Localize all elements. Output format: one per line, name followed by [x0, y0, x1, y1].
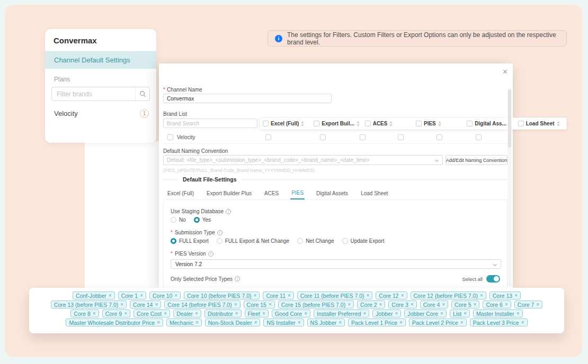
radio-full-export[interactable]: FULL Export	[171, 238, 209, 244]
price-type-tag[interactable]: Pack Level 1 Price×	[348, 319, 406, 326]
price-type-tag[interactable]: Jobber×	[372, 310, 401, 317]
remove-tag-icon[interactable]: ×	[474, 302, 477, 307]
column-label[interactable]: Load Sheet	[526, 121, 555, 126]
price-type-tag[interactable]: Non-Stock Dealer×	[205, 319, 261, 326]
search-input[interactable]	[52, 90, 135, 98]
price-type-tag[interactable]: Core 9×	[102, 310, 130, 317]
brand-row-checkbox[interactable]	[167, 134, 173, 140]
price-type-tag[interactable]: Core 3×	[388, 301, 416, 308]
price-type-tag[interactable]: Core 15×	[244, 301, 275, 308]
remove-tag-icon[interactable]: ×	[109, 293, 112, 298]
price-type-tag[interactable]: Core 12×	[376, 292, 407, 299]
remove-tag-icon[interactable]: ×	[521, 320, 524, 325]
remove-tag-icon[interactable]: ×	[514, 293, 518, 298]
price-type-tag[interactable]: Core 10×	[149, 292, 181, 299]
remove-tag-icon[interactable]: ×	[195, 320, 199, 325]
brand-file-checkbox[interactable]	[265, 134, 271, 140]
remove-tag-icon[interactable]: ×	[401, 293, 404, 298]
add-edit-naming-button[interactable]: Add/Edit Naming Convention	[446, 155, 507, 165]
remove-tag-icon[interactable]: ×	[395, 311, 398, 316]
price-type-tag[interactable]: Core 10 (before PIES 7.0)×	[184, 292, 260, 299]
price-type-tag[interactable]: Mechanic×	[166, 319, 202, 326]
remove-tag-icon[interactable]: ×	[338, 320, 342, 325]
price-type-tag[interactable]: Dealer×	[173, 310, 201, 317]
remove-tag-icon[interactable]: ×	[155, 302, 158, 307]
price-type-tag[interactable]: Core 15 (before PIES 7.0)×	[278, 301, 354, 308]
tab-export-builder-plus[interactable]: Export Builder Plus	[206, 187, 253, 199]
remove-tag-icon[interactable]: ×	[298, 320, 301, 325]
sort-icon[interactable]	[301, 121, 304, 126]
price-type-tag[interactable]: Pack Level 3 Price×	[470, 319, 528, 326]
tab-load-sheet[interactable]: Load Sheet	[360, 187, 389, 199]
tab-pies[interactable]: PIES	[290, 187, 305, 199]
remove-tag-icon[interactable]: ×	[195, 311, 198, 316]
search-icon[interactable]	[135, 87, 149, 101]
price-type-tag[interactable]: Core 4×	[420, 301, 448, 308]
price-type-tag[interactable]: Core 14 (before PIES 7.0)×	[164, 301, 240, 308]
remove-tag-icon[interactable]: ×	[411, 302, 414, 307]
filter-brands-search[interactable]	[51, 87, 150, 101]
brand-file-checkbox[interactable]	[360, 134, 366, 140]
scrollbar-thumb[interactable]	[508, 89, 511, 148]
remove-tag-icon[interactable]: ×	[399, 320, 403, 325]
radio-update-export[interactable]: Update Export	[342, 238, 385, 244]
remove-tag-icon[interactable]: ×	[164, 311, 167, 316]
column-select-checkbox[interactable]	[416, 121, 422, 126]
remove-tag-icon[interactable]: ×	[140, 293, 143, 298]
sidebar-item-velocity[interactable]: Velocity 1	[54, 109, 149, 118]
remove-tag-icon[interactable]: ×	[363, 311, 366, 316]
remove-tag-icon[interactable]: ×	[174, 293, 177, 298]
price-type-tag[interactable]: Core 11×	[263, 292, 293, 299]
price-type-tag[interactable]: Distributor×	[204, 310, 242, 317]
remove-tag-icon[interactable]: ×	[464, 311, 467, 316]
remove-tag-icon[interactable]: ×	[304, 311, 307, 316]
pies-version-select[interactable]: Version 7.2	[171, 259, 501, 269]
remove-tag-icon[interactable]: ×	[120, 302, 123, 307]
price-type-tag[interactable]: Core 13×	[489, 292, 521, 299]
price-type-tag[interactable]: Core 5×	[451, 301, 479, 308]
brand-file-checkbox[interactable]	[320, 134, 326, 140]
price-type-tag[interactable]: NS Installer×	[263, 319, 304, 326]
select-all-toggle[interactable]	[486, 275, 500, 283]
sort-icon[interactable]	[438, 121, 441, 126]
price-type-tag[interactable]: Core 1×	[118, 292, 146, 299]
column-select-checkbox[interactable]	[467, 121, 473, 126]
naming-convention-select[interactable]	[163, 155, 443, 165]
price-type-tag[interactable]: Core Cost×	[133, 310, 170, 317]
remove-tag-icon[interactable]: ×	[480, 293, 483, 298]
radio-no[interactable]: No	[171, 217, 186, 223]
tab-excel-full[interactable]: Excel (Full)	[166, 187, 195, 199]
remove-tag-icon[interactable]: ×	[254, 320, 257, 325]
remove-tag-icon[interactable]: ×	[157, 320, 160, 325]
price-type-tag[interactable]: Core 8×	[70, 310, 99, 317]
remove-tag-icon[interactable]: ×	[235, 311, 238, 316]
remove-tag-icon[interactable]: ×	[442, 302, 445, 307]
remove-tag-icon[interactable]: ×	[124, 311, 127, 316]
price-type-tag[interactable]: Core 14×	[130, 301, 161, 308]
column-select-checkbox[interactable]	[314, 121, 319, 126]
channel-name-input[interactable]	[163, 94, 332, 103]
price-type-tag[interactable]: NS Jobber×	[307, 319, 345, 326]
column-label[interactable]: Export Buil...	[322, 121, 354, 126]
scrollbar[interactable]	[507, 88, 512, 286]
price-type-tag[interactable]: Core 2×	[357, 301, 385, 308]
price-type-tag[interactable]: Core 6×	[483, 301, 511, 308]
remove-tag-icon[interactable]: ×	[254, 293, 257, 298]
column-label[interactable]: Excel (Full)	[271, 121, 299, 126]
remove-tag-icon[interactable]: ×	[516, 311, 520, 316]
price-type-tag[interactable]: Jobber Core×	[404, 310, 447, 317]
column-label[interactable]: ACES	[373, 121, 388, 126]
sort-icon[interactable]	[389, 121, 393, 126]
remove-tag-icon[interactable]: ×	[536, 302, 539, 307]
remove-tag-icon[interactable]: ×	[379, 302, 382, 307]
remove-tag-icon[interactable]: ×	[288, 293, 291, 298]
sort-icon[interactable]	[357, 121, 360, 126]
brand-file-checkbox[interactable]	[436, 134, 442, 140]
price-type-tag[interactable]: Core 13 (before PIES 7.0)×	[51, 301, 127, 308]
remove-tag-icon[interactable]: ×	[440, 311, 443, 316]
sidebar-item-channel-default-settings[interactable]: Channel Default Settings	[45, 51, 156, 69]
price-type-tag[interactable]: Core 7×	[514, 301, 542, 308]
column-select-checkbox[interactable]	[518, 121, 524, 126]
remove-tag-icon[interactable]: ×	[505, 302, 508, 307]
remove-tag-icon[interactable]: ×	[269, 302, 272, 307]
